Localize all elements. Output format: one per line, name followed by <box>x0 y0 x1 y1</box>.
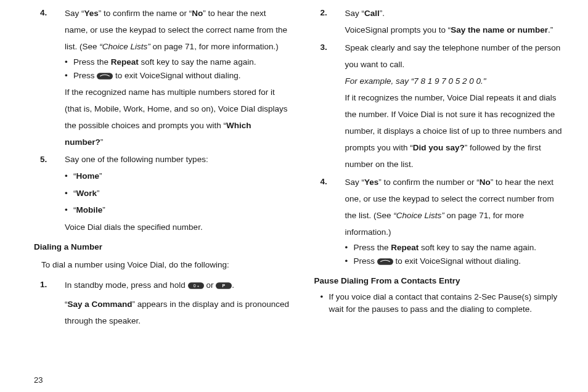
sub-bullet: •“Work” <box>65 186 290 202</box>
step-body: In standby mode, press and hold or . “Sa… <box>65 277 290 329</box>
text: In standby mode, press and hold <box>65 280 188 290</box>
step-number: 4. <box>314 174 345 269</box>
text: Say one of the following number types: <box>65 155 208 164</box>
right-column: 2. Say “Call”. VoiceSignal prompts you t… <box>302 5 570 386</box>
pause-heading: Pause Dialing From a Contacts Entry <box>314 273 567 289</box>
text: soft key to say the name again. <box>419 243 536 252</box>
dial-step-2: 2. Say “Call”. VoiceSignal prompts you t… <box>314 5 567 38</box>
sub-bullet: •“Mobile” <box>65 202 290 218</box>
text: ”. <box>380 9 385 18</box>
left-column: 4. Say “Yes” to confirm the name or “No”… <box>34 5 302 386</box>
text: Press the <box>354 243 391 252</box>
step-number: 2. <box>314 5 345 38</box>
step-4: 4. Say “Yes” to confirm the name or “No”… <box>34 5 290 150</box>
text: or <box>204 280 216 290</box>
text: to exit VoiceSignal without dialing. <box>113 71 240 80</box>
dial-step-1: 1. In standby mode, press and hold or . … <box>34 277 290 329</box>
ref-text: “Choice Lists” <box>99 42 150 51</box>
text: ” to confirm the number or “ <box>378 178 480 187</box>
did-you-say-text: Did you say? <box>413 143 465 152</box>
text: soft key to say the name again. <box>139 57 256 67</box>
dialing-intro: To dial a number using Voice Dial, do th… <box>41 257 290 273</box>
sub-bullet: •Press to exit VoiceSignal without diali… <box>65 70 290 82</box>
text: .” <box>548 25 553 35</box>
sub-bullet: •Press to exit VoiceSignal without diali… <box>345 255 567 267</box>
text: on page 71, for more information.) <box>150 42 279 51</box>
end-key-icon <box>377 258 393 265</box>
text: If you voice dial a contact that contain… <box>329 291 567 316</box>
no-text: No <box>480 178 491 187</box>
call-text: Call <box>364 9 380 18</box>
dialing-heading: Dialing a Number <box>34 239 290 255</box>
text: Press <box>73 71 97 80</box>
text: to exit VoiceSignal without dialing. <box>393 256 521 266</box>
no-text: No <box>192 9 203 18</box>
yes-text: Yes <box>364 178 378 187</box>
say-command-text: Say a Command <box>68 300 133 309</box>
sub-bullet: •Press the Repeat soft key to say the na… <box>65 56 290 68</box>
text: ” to confirm the name or “ <box>99 9 192 18</box>
text: ” <box>100 137 104 147</box>
dial-step-3: 3. Speak clearly and say the telephone n… <box>314 39 567 173</box>
example-text: For example, say “7 8 1 9 7 0 5 2 0 0." <box>345 76 486 86</box>
text: If the recognized name has multiple numb… <box>65 88 287 130</box>
say-name-text: Say the name or number <box>451 25 548 35</box>
home-text: Home <box>76 171 100 181</box>
step-number: 5. <box>34 152 65 235</box>
repeat-text: Repeat <box>391 243 419 252</box>
text: Speak clearly and say the telephone numb… <box>345 43 561 69</box>
sub-bullet: •“Home” <box>65 168 290 184</box>
ref-text: “Choice Lists” <box>393 211 444 220</box>
text: Press the <box>73 57 111 67</box>
dial-step-4: 4. Say “Yes” to confirm the number or “N… <box>314 174 567 269</box>
step-number: 1. <box>34 277 65 329</box>
zero-key-icon <box>188 282 204 289</box>
mobile-text: Mobile <box>76 205 103 214</box>
step-number: 3. <box>314 39 345 173</box>
end-key-icon <box>97 73 113 80</box>
text: VoiceSignal prompts you to “ <box>345 25 451 35</box>
text: Press <box>354 256 377 266</box>
text: Voice Dial dials the specified number. <box>65 223 203 232</box>
yes-text: Yes <box>84 9 99 18</box>
work-text: Work <box>76 189 97 198</box>
text: Say “ <box>65 9 84 18</box>
step-number: 4. <box>34 5 65 150</box>
step-body: Say “Yes” to confirm the name or “No” to… <box>65 5 290 150</box>
step-body: Say “Call”. VoiceSignal prompts you to “… <box>345 5 567 38</box>
text: Say “ <box>345 9 365 18</box>
step-5: 5. Say one of the following number types… <box>34 152 290 235</box>
step-body: Say one of the following number types: •… <box>65 152 290 235</box>
step-body: Speak clearly and say the telephone numb… <box>345 39 567 173</box>
step-body: Say “Yes” to confirm the number or “No” … <box>345 174 567 269</box>
p-key-icon <box>216 282 232 289</box>
page-number: 23 <box>34 375 43 385</box>
text: Say “ <box>345 178 365 187</box>
text: . <box>232 280 234 290</box>
repeat-text: Repeat <box>111 57 139 67</box>
sub-bullet: •Press the Repeat soft key to say the na… <box>345 242 567 254</box>
pause-bullet: •If you voice dial a contact that contai… <box>321 291 567 316</box>
